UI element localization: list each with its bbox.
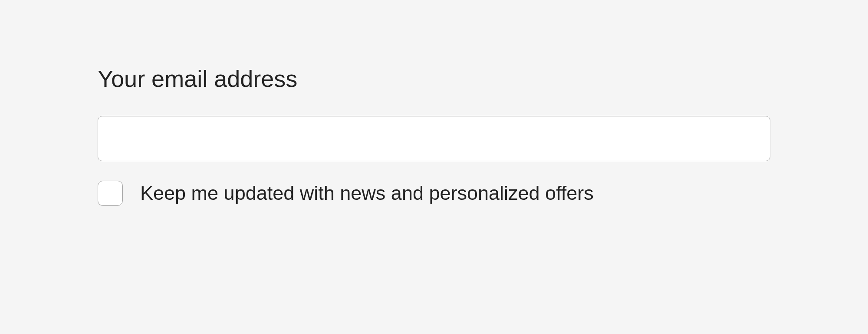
email-label: Your email address — [98, 65, 770, 92]
newsletter-checkbox[interactable] — [98, 181, 123, 206]
email-form: Your email address Keep me updated with … — [98, 65, 770, 206]
email-input[interactable] — [98, 116, 770, 161]
newsletter-checkbox-label[interactable]: Keep me updated with news and personaliz… — [140, 182, 594, 205]
checkbox-row: Keep me updated with news and personaliz… — [98, 181, 770, 206]
